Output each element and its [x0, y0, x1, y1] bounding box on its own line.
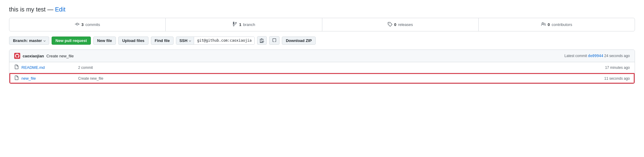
releases-icon	[387, 22, 392, 27]
contributors-label: contributors	[552, 22, 572, 27]
open-desktop-button[interactable]	[269, 36, 279, 45]
ssh-label: SSH	[179, 38, 187, 43]
edit-link[interactable]: Edit	[55, 6, 65, 13]
ssh-toggle-button[interactable]: SSH	[176, 37, 194, 44]
branches-icon	[232, 22, 237, 27]
commits-count: 3	[81, 22, 84, 27]
repo-title: this is my test	[9, 6, 46, 13]
new-file-link[interactable]: new_file	[21, 76, 70, 81]
commit-time: 24 seconds ago	[604, 54, 630, 58]
branch-label: Branch:	[13, 38, 28, 43]
stats-bar: 3 commits 1 branch 0 releases 0 contribu…	[9, 18, 635, 31]
title-separator: —	[47, 6, 55, 13]
new-file-row: new_file Create new_file 11 seconds ago	[9, 73, 635, 84]
upload-files-button[interactable]: Upload files	[118, 37, 148, 45]
new-file-commit: Create new_file	[72, 76, 585, 81]
readme-link[interactable]: README.md	[21, 65, 70, 70]
find-file-button[interactable]: Find file	[151, 37, 174, 45]
new-file-button[interactable]: New file	[93, 37, 116, 45]
file-row: README.md 2 commit 17 minutes ago	[9, 62, 635, 73]
commit-message: Create new_file	[46, 54, 74, 58]
ssh-url-input[interactable]	[194, 37, 254, 44]
readme-time: 17 minutes ago	[588, 66, 630, 70]
copy-icon	[260, 38, 264, 43]
commits-stat[interactable]: 3 commits	[9, 18, 166, 31]
releases-count: 0	[394, 22, 396, 27]
toolbar: Branch: master New pull request New file…	[9, 36, 635, 45]
commits-label: commits	[85, 22, 100, 27]
contributors-stat[interactable]: 0 contributors	[479, 18, 635, 31]
branches-count: 1	[239, 22, 241, 27]
ssh-chevron-icon	[189, 39, 191, 41]
contributors-icon	[541, 22, 546, 27]
page-title: this is my test — Edit	[9, 6, 635, 13]
file-table: caoxiaojian Create new_file Latest commi…	[9, 50, 635, 84]
commit-header: caoxiaojian Create new_file Latest commi…	[9, 50, 635, 62]
branch-name: master	[29, 38, 42, 43]
download-zip-button[interactable]: Download ZIP	[282, 37, 316, 45]
branch-chevron-icon	[43, 39, 46, 41]
branches-label: branch	[243, 22, 255, 27]
new-file-icon	[14, 75, 19, 81]
desktop-icon	[272, 38, 277, 43]
commit-hash[interactable]: de09944	[588, 54, 603, 58]
file-icon	[14, 65, 19, 70]
new-file-time: 11 seconds ago	[588, 76, 630, 81]
branches-stat[interactable]: 1 branch	[166, 18, 322, 31]
branch-selector[interactable]: Branch: master	[9, 37, 49, 45]
releases-label: releases	[398, 22, 413, 27]
contributors-count: 0	[548, 22, 550, 27]
new-pull-request-button[interactable]: New pull request	[52, 37, 91, 45]
commit-author[interactable]: caoxiaojian	[23, 54, 44, 58]
releases-stat[interactable]: 0 releases	[322, 18, 479, 31]
readme-commit: 2 commit	[72, 66, 585, 70]
clone-url-group: SSH	[176, 37, 255, 45]
commits-icon	[75, 22, 80, 27]
commit-meta: Latest commit de09944 24 seconds ago	[564, 54, 630, 58]
copy-url-button[interactable]	[257, 36, 267, 45]
latest-commit-label: Latest commit	[564, 54, 587, 58]
author-avatar	[14, 53, 20, 59]
